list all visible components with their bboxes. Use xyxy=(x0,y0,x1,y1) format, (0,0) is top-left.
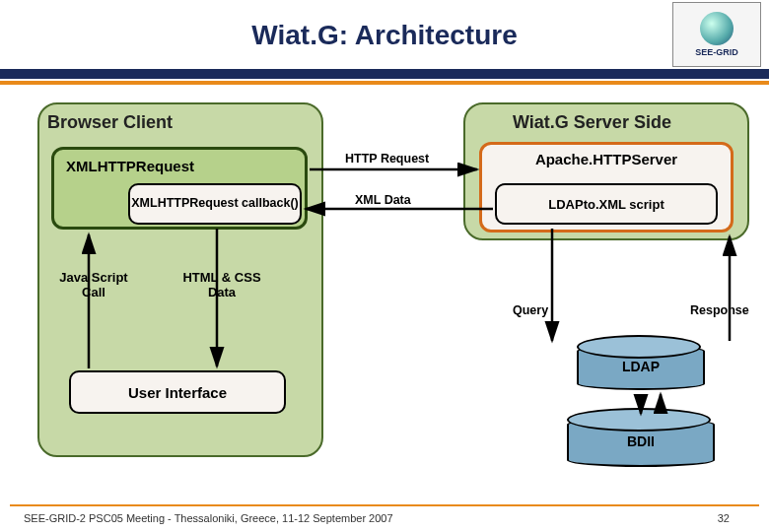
bdii-store: BDII xyxy=(567,418,715,467)
slide-footer: SEE-GRID-2 PSC05 Meeting - Thessaloniki,… xyxy=(0,504,769,526)
javascript-call-label: Java Script Call xyxy=(49,270,138,299)
architecture-diagram: Browser Client Wiat.G Server Side XMLHTT… xyxy=(0,85,769,499)
response-label: Response xyxy=(690,303,749,317)
user-interface-box: User Interface xyxy=(69,370,286,414)
server-side-title: Wiat.G Server Side xyxy=(513,112,671,133)
globe-icon xyxy=(700,12,734,45)
see-grid-logo: SEE-GRID xyxy=(672,2,761,67)
slide-title: Wiat.G: Architecture xyxy=(0,20,769,51)
ldaptoxml-script-box: LDAPto.XML script xyxy=(495,183,718,225)
http-request-label: HTTP Request xyxy=(345,152,429,166)
xhr-callback-box: XMLHTTPRequest callback() xyxy=(128,183,302,225)
html-css-data-label: HTML & CSS Data xyxy=(168,270,276,299)
xml-data-label: XML Data xyxy=(355,193,411,207)
ldap-store: LDAP xyxy=(577,345,705,390)
footer-text: SEE-GRID-2 PSC05 Meeting - Thessaloniki,… xyxy=(0,512,393,524)
browser-client-title: Browser Client xyxy=(47,112,173,133)
query-label: Query xyxy=(513,303,548,317)
slide-number: 32 xyxy=(718,512,730,524)
header-rule-dark xyxy=(0,69,769,79)
